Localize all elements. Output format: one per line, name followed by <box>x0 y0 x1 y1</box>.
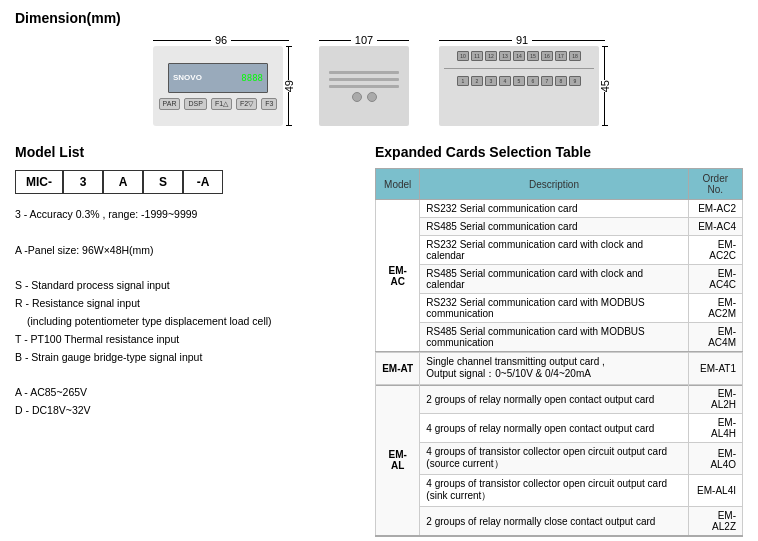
measure-line-b <box>445 40 512 41</box>
desc-t: T - PT100 Thermal resistance input <box>15 331 355 349</box>
order-cell: EM-AL2H <box>688 385 742 414</box>
term-8: 17 <box>555 51 567 61</box>
v-line-top <box>288 47 289 80</box>
table-row: EM-AL2 groups of relay normally open con… <box>376 385 743 414</box>
desc-b: B - Strain gauge bridge-type signal inpu… <box>15 349 355 367</box>
desc-cell: RS232 Serial communication card <box>420 200 688 218</box>
desc-ac: A - AC85~265V <box>15 384 355 402</box>
side-device <box>319 46 409 126</box>
term-b1: 1 <box>457 76 469 86</box>
order-cell: EM-AT1 <box>688 352 742 385</box>
model-cell: EM-AL <box>376 385 420 537</box>
model-descriptions: 3 - Accuracy 0.3% , range: -1999~9999 A … <box>15 206 355 420</box>
side-line-2 <box>329 78 399 81</box>
front-device: SNOVO 8888 PAR DSP F1△ F2▽ F3 <box>153 46 283 126</box>
desc-cell: RS232 Serial communication card with clo… <box>420 236 688 265</box>
desc-r: R - Resistance signal input <box>15 295 355 313</box>
btn-f2: F2▽ <box>236 98 257 110</box>
desc-dc: D - DC18V~32V <box>15 402 355 420</box>
model-cell: EM-AT <box>376 352 420 385</box>
device-buttons: PAR DSP F1△ F2▽ F3 <box>159 98 278 110</box>
brand-label: SNOVO <box>173 73 202 82</box>
expanded-cards-title: Expanded Cards Selection Table <box>375 144 743 160</box>
circle-2 <box>367 92 377 102</box>
desc-cell: 4 groups of transistor collector open ci… <box>420 443 688 475</box>
height-measure-front: 49 <box>288 46 289 126</box>
table-row: RS232 Serial communication card with MOD… <box>376 294 743 323</box>
cards-table: Model Description Order No. EM-ACRS232 S… <box>375 168 743 536</box>
tick-bottom <box>286 125 292 126</box>
side-line-3 <box>329 85 399 88</box>
desc-cell: RS232 Serial communication card with MOD… <box>420 294 688 323</box>
term-b8: 8 <box>555 76 567 86</box>
table-row: 4 groups of transistor collector open ci… <box>376 475 743 507</box>
order-cell: EM-AC4C <box>688 265 742 294</box>
table-row: RS485 Serial communication card with clo… <box>376 265 743 294</box>
order-cell: EM-AL2Z <box>688 507 742 537</box>
diagrams-section: 96 SNOVO 8888 PAR DSP F1△ F2▽ F3 <box>15 34 743 126</box>
desc-cell: Single channel transmitting output card … <box>420 352 688 385</box>
table-row: 2 groups of relay normally close contact… <box>376 507 743 537</box>
side-view: 107 <box>319 34 409 126</box>
order-cell: EM-AC2 <box>688 200 742 218</box>
measure-line-s <box>325 40 351 41</box>
desc-cell: 4 groups of transistor collector open ci… <box>420 475 688 507</box>
table-row: RS232 Serial communication card with clo… <box>376 236 743 265</box>
model-code-row: MIC- 3 A S -A <box>15 170 355 194</box>
vline-bottom-b <box>604 92 605 125</box>
circle-1 <box>352 92 362 102</box>
side-circles <box>352 92 377 102</box>
term-b9: 9 <box>569 76 581 86</box>
term-b6: 6 <box>527 76 539 86</box>
side-line-1 <box>329 71 399 74</box>
tick-right <box>283 40 289 41</box>
desc-cell: 2 groups of relay normally close contact… <box>420 507 688 537</box>
screen-display: 8888 <box>241 73 263 83</box>
order-cell: EM-AC2M <box>688 294 742 323</box>
table-row: RS485 Serial communication cardEM-AC4 <box>376 218 743 236</box>
width-label-back: 91 <box>512 34 532 46</box>
table-row: 4 groups of relay normally open contact … <box>376 414 743 443</box>
table-row: 4 groups of transistor collector open ci… <box>376 443 743 475</box>
table-row: EM-ACRS232 Serial communication cardEM-A… <box>376 200 743 218</box>
model-cell: EM-AC <box>376 200 420 353</box>
terminals-top: 10 11 12 13 14 15 16 17 18 <box>444 51 594 61</box>
height-label-back: 45 <box>599 80 611 92</box>
col-desc: Description <box>420 169 688 200</box>
code-part-4: -A <box>183 170 223 194</box>
term-b5: 5 <box>513 76 525 86</box>
desc-cell: 4 groups of relay normally open contact … <box>420 414 688 443</box>
term-4: 13 <box>499 51 511 61</box>
term-b7: 7 <box>541 76 553 86</box>
btn-f3: F3 <box>261 98 277 110</box>
v-line-bottom <box>288 92 289 125</box>
order-cell: EM-AL4H <box>688 414 742 443</box>
order-cell: EM-AC4M <box>688 323 742 353</box>
measure-line <box>159 40 211 41</box>
measure-line-r <box>231 40 283 41</box>
btn-par: PAR <box>159 98 181 110</box>
back-with-side: 10 11 12 13 14 15 16 17 18 1 2 3 <box>439 46 605 126</box>
back-view: 91 10 11 12 13 14 15 16 17 18 <box>439 34 605 126</box>
tick-right-b <box>599 40 605 41</box>
height-measure-back: 45 <box>604 46 605 126</box>
expanded-cards-section: Expanded Cards Selection Table Model Des… <box>375 144 743 536</box>
tick-bottom-b <box>602 125 608 126</box>
col-order: Order No. <box>688 169 742 200</box>
desc-cell: RS485 Serial communication card with MOD… <box>420 323 688 353</box>
terminals-bottom: 1 2 3 4 5 6 7 8 9 <box>444 76 594 86</box>
front-view: 96 SNOVO 8888 PAR DSP F1△ F2▽ F3 <box>153 34 289 126</box>
width-measure-side: 107 <box>319 34 409 46</box>
code-part-2: A <box>103 170 143 194</box>
table-row: RS485 Serial communication card with MOD… <box>376 323 743 353</box>
btn-dsp: DSP <box>184 98 206 110</box>
term-2: 11 <box>471 51 483 61</box>
term-b2: 2 <box>471 76 483 86</box>
front-with-side: SNOVO 8888 PAR DSP F1△ F2▽ F3 <box>153 46 289 126</box>
measure-line-sr <box>377 40 403 41</box>
desc-cell: RS485 Serial communication card <box>420 218 688 236</box>
desc-s: S - Standard process signal input <box>15 277 355 295</box>
term-6: 15 <box>527 51 539 61</box>
code-part-0: MIC- <box>15 170 63 194</box>
order-cell: EM-AC2C <box>688 236 742 265</box>
